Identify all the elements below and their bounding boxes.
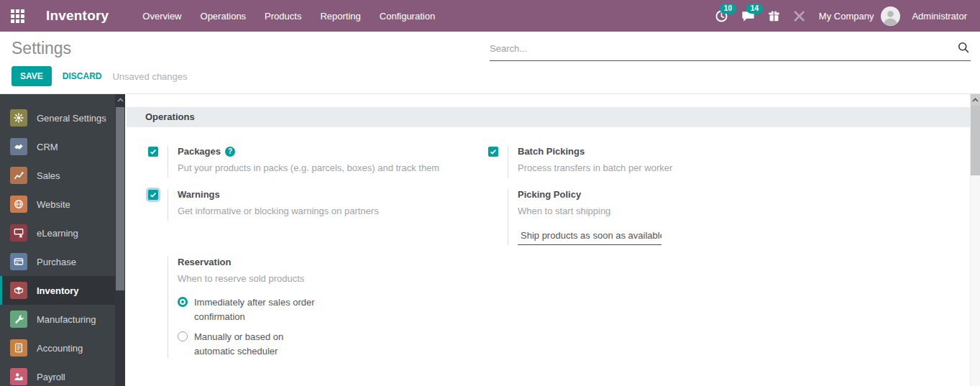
messages-button[interactable]: 14 bbox=[735, 5, 761, 27]
user-menu[interactable]: Administrator bbox=[881, 6, 980, 26]
reservation-options: Immediately after sales order confirmati… bbox=[178, 295, 487, 358]
reservation-option-label: Immediately after sales order confirmati… bbox=[194, 295, 324, 323]
chart-icon bbox=[10, 167, 27, 184]
sidebar-item-purchase[interactable]: Purchase bbox=[0, 247, 125, 276]
sidebar-item-payroll[interactable]: Payroll bbox=[0, 362, 125, 386]
reservation-label: Reservation bbox=[178, 257, 231, 267]
reservation-option-label: Manually or based on automatic scheduler bbox=[194, 330, 324, 358]
menu-products[interactable]: Products bbox=[255, 6, 311, 26]
settings-grid: Packages ? Put your products in packs (e… bbox=[125, 127, 970, 358]
search-icon bbox=[958, 42, 969, 53]
menu-configuration[interactable]: Configuration bbox=[370, 6, 444, 26]
search-button[interactable] bbox=[956, 42, 971, 55]
control-panel-actions: SAVE DISCARD Unsaved changes bbox=[12, 66, 980, 86]
sidebar-item-label: Manufacturing bbox=[37, 314, 96, 325]
sidebar-item-label: Purchase bbox=[37, 257, 76, 267]
content-scrollbar-thumb[interactable] bbox=[971, 106, 980, 175]
section-header-operations: Operations bbox=[127, 107, 970, 127]
settings-sidebar: General Settings CRM Sales bbox=[0, 94, 125, 386]
globe-icon bbox=[10, 196, 27, 213]
check-icon bbox=[150, 191, 157, 198]
search-input[interactable] bbox=[490, 43, 956, 54]
setting-packages: Packages ? Put your products in packs (e… bbox=[148, 146, 487, 178]
check-icon bbox=[150, 148, 157, 155]
warnings-label: Warnings bbox=[178, 189, 220, 200]
content-scroll-up-arrow[interactable] bbox=[971, 94, 980, 106]
batch-pickings-description: Process transfers in batch per worker bbox=[518, 162, 970, 175]
menu-overview[interactable]: Overview bbox=[133, 6, 191, 26]
warnings-checkbox[interactable] bbox=[148, 190, 158, 200]
menu-operations[interactable]: Operations bbox=[191, 6, 256, 26]
app-menu: Overview Operations Products Reporting C… bbox=[133, 6, 444, 26]
avatar bbox=[881, 6, 900, 26]
sidebar-item-crm[interactable]: CRM bbox=[0, 132, 125, 161]
gift-icon bbox=[768, 9, 780, 22]
picking-policy-description: When to start shipping bbox=[518, 205, 970, 218]
unsaved-changes-status: Unsaved changes bbox=[112, 71, 187, 82]
sidebar-item-sales[interactable]: Sales bbox=[0, 161, 125, 190]
sidebar-scrollbar-thumb[interactable] bbox=[116, 107, 124, 290]
settings-app-list: General Settings CRM Sales bbox=[0, 94, 125, 386]
box-icon bbox=[10, 282, 27, 299]
systray: 10 14 My Company bbox=[708, 5, 980, 27]
settings-content: Operations Packages ? Put your products … bbox=[125, 94, 970, 386]
reservation-description: When to reserve sold products bbox=[178, 272, 487, 285]
sidebar-item-accounting[interactable]: Accounting bbox=[0, 334, 125, 362]
sidebar-item-inventory[interactable]: Inventory bbox=[0, 276, 125, 305]
wrench-icon bbox=[10, 311, 27, 328]
sidebar-item-elearning[interactable]: eLearning bbox=[0, 219, 125, 247]
activities-button[interactable]: 10 bbox=[708, 5, 735, 27]
reservation-option-immediately[interactable]: Immediately after sales order confirmati… bbox=[178, 295, 487, 323]
debug-tools-button[interactable] bbox=[787, 6, 812, 27]
menu-reporting[interactable]: Reporting bbox=[311, 6, 370, 26]
sidebar-item-general-settings[interactable]: General Settings bbox=[0, 104, 125, 132]
sidebar-scroll-up-arrow[interactable] bbox=[115, 94, 125, 106]
activities-count-badge: 10 bbox=[720, 4, 736, 14]
workspace: General Settings CRM Sales bbox=[0, 94, 980, 386]
sidebar-item-manufacturing[interactable]: Manufacturing bbox=[0, 305, 125, 334]
card-icon bbox=[10, 253, 27, 270]
packages-description: Put your products in packs (e.g. parcels… bbox=[178, 162, 487, 175]
sidebar-item-website[interactable]: Website bbox=[0, 190, 125, 219]
employee-icon bbox=[10, 368, 27, 385]
setting-warnings: Warnings Get informative or blocking war… bbox=[148, 189, 487, 221]
messages-count-badge: 14 bbox=[746, 4, 763, 14]
sidebar-item-label: Website bbox=[37, 199, 70, 210]
gear-icon bbox=[10, 109, 27, 127]
content-scrollbar[interactable] bbox=[970, 94, 980, 386]
check-icon bbox=[490, 148, 497, 155]
tools-icon bbox=[793, 10, 805, 22]
radio-unselected-icon[interactable] bbox=[178, 331, 188, 341]
rewards-button[interactable] bbox=[761, 5, 787, 27]
packages-checkbox[interactable] bbox=[148, 147, 158, 157]
apps-menu-button[interactable] bbox=[0, 9, 35, 23]
packages-label: Packages bbox=[178, 146, 221, 157]
sidebar-item-label: Inventory bbox=[37, 285, 79, 296]
sidebar-scrollbar[interactable] bbox=[115, 94, 125, 386]
app-title[interactable]: Inventory bbox=[46, 8, 109, 24]
search-bar bbox=[490, 42, 971, 61]
batch-pickings-label: Batch Pickings bbox=[518, 146, 585, 157]
company-switcher[interactable]: My Company bbox=[812, 11, 881, 22]
sidebar-item-label: Sales bbox=[37, 170, 60, 181]
invoice-icon bbox=[10, 339, 27, 357]
sidebar-item-label: eLearning bbox=[37, 228, 78, 239]
discard-button[interactable]: DISCARD bbox=[63, 71, 102, 81]
sidebar-item-label: Accounting bbox=[37, 343, 83, 354]
setting-picking-policy: Picking Policy When to start shipping Sh… bbox=[488, 189, 970, 245]
sidebar-item-label: CRM bbox=[37, 142, 58, 152]
radio-selected-icon[interactable] bbox=[178, 297, 188, 307]
batch-pickings-checkbox[interactable] bbox=[488, 147, 498, 157]
sidebar-item-label: General Settings bbox=[37, 113, 106, 124]
reservation-option-manually[interactable]: Manually or based on automatic scheduler bbox=[178, 330, 487, 358]
save-button[interactable]: SAVE bbox=[12, 66, 52, 86]
help-icon[interactable]: ? bbox=[225, 147, 235, 157]
picking-policy-select[interactable]: Ship products as soon as available bbox=[518, 230, 661, 245]
user-name: Administrator bbox=[905, 11, 974, 22]
control-panel: Settings SAVE DISCARD Unsaved changes bbox=[0, 32, 980, 94]
handshake-icon bbox=[10, 138, 27, 155]
setting-reservation: Reservation When to reserve sold product… bbox=[148, 257, 487, 359]
apps-grid-icon bbox=[11, 9, 24, 23]
presentation-icon bbox=[10, 224, 27, 242]
warnings-description: Get informative or blocking warnings on … bbox=[178, 205, 487, 218]
